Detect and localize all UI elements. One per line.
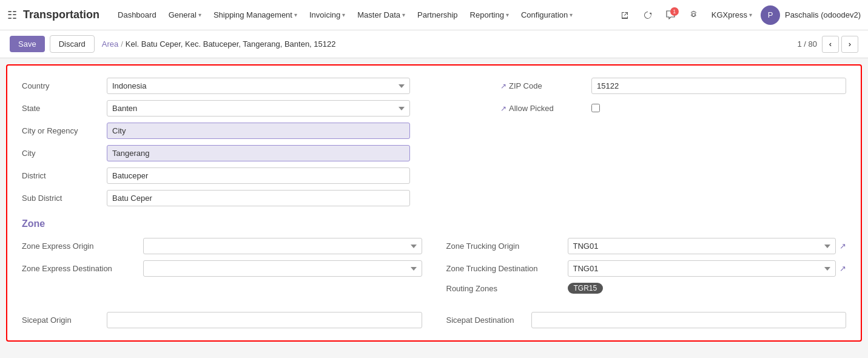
menu-partnership[interactable]: Partnership (411, 0, 463, 30)
city-regency-label: City or Regency (22, 123, 107, 135)
breadcrumb-separator: / (121, 39, 123, 49)
chat-icon[interactable]: 1 (662, 6, 680, 24)
city-control: Tangerang (107, 145, 410, 161)
city-regency-control: City (107, 123, 410, 139)
zone-express-origin-row: Zone Express Origin (22, 238, 422, 254)
zone-title: Zone (22, 218, 846, 229)
allow-picked-checkbox[interactable] (591, 104, 600, 112)
sub-district-row: Sub District (22, 190, 470, 206)
save-button[interactable]: Save (10, 36, 45, 52)
city-regency-select[interactable]: City (107, 123, 410, 139)
zone-express-dest-label: Zone Express Destination (22, 264, 143, 273)
menu-general[interactable]: General ▾ (163, 0, 207, 30)
zone-section: Zone Zone Express Origin (22, 218, 846, 300)
menu-invoicing[interactable]: Invoicing ▾ (303, 0, 351, 30)
district-label: District (22, 167, 107, 180)
allow-picked-external-icon[interactable]: ↗ (500, 104, 506, 113)
menu-dashboard[interactable]: Dashboard (112, 0, 163, 30)
sub-district-input[interactable] (107, 190, 410, 206)
sicepat-origin-input[interactable] (107, 312, 422, 328)
chevron-down-icon: ▾ (198, 12, 201, 18)
user-name[interactable]: Paschalis (odoodev2) (785, 10, 861, 19)
state-label: State (22, 100, 107, 113)
zip-control (591, 78, 846, 94)
country-label: Country (22, 78, 107, 90)
sicepat-dest-row: Sicepat Destination (434, 312, 847, 328)
zone-trucking-dest-control: TNG01 ↗ (568, 260, 847, 277)
breadcrumb-bar: Save Discard Area / Kel. Batu Ceper, Kec… (0, 30, 868, 58)
zone-trucking-origin-select[interactable]: TNG01 (568, 238, 836, 254)
app-logo: Transportation (23, 8, 99, 21)
chevron-down-icon: ▾ (294, 12, 297, 18)
main-menu: Dashboard General ▾ Shipping Management … (112, 0, 616, 30)
zone-express-origin-control (143, 238, 422, 254)
zone-trucking-origin-control: TNG01 ↗ (568, 238, 847, 254)
chevron-down-icon: ▾ (749, 12, 752, 18)
sicepat-dest-input[interactable] (531, 312, 847, 328)
grid-icon[interactable]: ☷ (7, 8, 17, 22)
zone-trucking-dest-row: Zone Trucking Destination TNG01 ↗ (446, 260, 847, 277)
company-selector[interactable]: KGXpress ▾ (708, 10, 756, 19)
form-card: Country Indonesia State Banten (6, 64, 862, 342)
zip-label: ZIP Code (509, 81, 542, 90)
main-content: Country Indonesia State Banten (0, 58, 868, 356)
zone-trucking-dest-select[interactable]: TNG01 (568, 260, 836, 277)
routing-zones-row: Routing Zones TGR15 (446, 283, 847, 294)
city-row: City Tangerang (22, 145, 470, 161)
country-select[interactable]: Indonesia (107, 78, 410, 94)
sicepat-dest-label: Sicepat Destination (446, 316, 531, 325)
pagination-next-button[interactable]: › (841, 36, 858, 53)
state-control: Banten (107, 100, 410, 117)
district-input[interactable] (107, 167, 410, 184)
top-right-actions: 1 KGXpress ▾ P Paschalis (odoodev2) (616, 5, 861, 25)
zip-code-input[interactable] (591, 78, 846, 94)
allow-picked-control (591, 100, 846, 112)
breadcrumb: Area / Kel. Batu Ceper, Kec. Batuceper, … (102, 39, 798, 49)
user-avatar[interactable]: P (761, 5, 780, 25)
menu-shipping-management[interactable]: Shipping Management ▾ (207, 0, 303, 30)
city-value[interactable]: Tangerang (107, 145, 410, 161)
zone-right-column: Zone Trucking Origin TNG01 ↗ Zone Trucki… (434, 238, 847, 300)
external-link-icon[interactable] (616, 6, 634, 24)
settings-icon[interactable] (685, 6, 703, 24)
state-select[interactable]: Banten (107, 100, 410, 117)
form-right-column: ↗ ZIP Code ↗ Allow Picked (482, 78, 846, 212)
refresh-icon[interactable] (639, 6, 657, 24)
zone-express-origin-select[interactable] (143, 238, 422, 254)
sicepat-origin-label: Sicepat Origin (22, 316, 107, 325)
allow-picked-label-wrap: ↗ Allow Picked (500, 100, 591, 113)
menu-configuration[interactable]: Configuration ▾ (515, 0, 579, 30)
allow-picked-label: Allow Picked (509, 104, 554, 113)
city-label: City (22, 145, 107, 158)
form-left-column: Country Indonesia State Banten (22, 78, 470, 212)
zip-code-row: ↗ ZIP Code (500, 78, 846, 94)
breadcrumb-parent[interactable]: Area (102, 39, 118, 49)
menu-master-data[interactable]: Master Data ▾ (351, 0, 411, 30)
city-regency-row: City or Regency City (22, 123, 470, 139)
action-buttons: Save Discard (10, 35, 95, 53)
zip-external-icon[interactable]: ↗ (500, 82, 506, 90)
zone-express-dest-control (143, 260, 422, 277)
zone-express-dest-row: Zone Express Destination (22, 260, 422, 277)
zone-express-dest-select[interactable] (143, 260, 422, 277)
zone-trucking-dest-label: Zone Trucking Destination (446, 264, 568, 273)
district-control (107, 167, 410, 184)
sub-district-control (107, 190, 410, 206)
zone-trucking-origin-ext-icon[interactable]: ↗ (838, 241, 846, 251)
sicepat-origin-row: Sicepat Origin (22, 312, 422, 328)
zone-left-column: Zone Express Origin Zone Express Destina… (22, 238, 422, 300)
breadcrumb-current: Kel. Batu Ceper, Kec. Batuceper, Tangera… (126, 39, 336, 49)
district-row: District (22, 167, 470, 184)
chevron-down-icon: ▾ (402, 12, 405, 18)
pagination-prev-button[interactable]: ‹ (822, 36, 839, 53)
zone-trucking-dest-ext-icon[interactable]: ↗ (838, 264, 846, 273)
country-row: Country Indonesia (22, 78, 470, 94)
routing-zones-label: Routing Zones (446, 284, 568, 293)
discard-button[interactable]: Discard (50, 35, 95, 53)
menu-reporting[interactable]: Reporting ▾ (464, 0, 515, 30)
chevron-down-icon: ▾ (342, 12, 345, 18)
state-row: State Banten (22, 100, 470, 117)
pagination-info: 1 / 80 (797, 39, 817, 49)
routing-zones-badge[interactable]: TGR15 (568, 283, 604, 294)
pagination: 1 / 80 ‹ › (797, 36, 858, 53)
